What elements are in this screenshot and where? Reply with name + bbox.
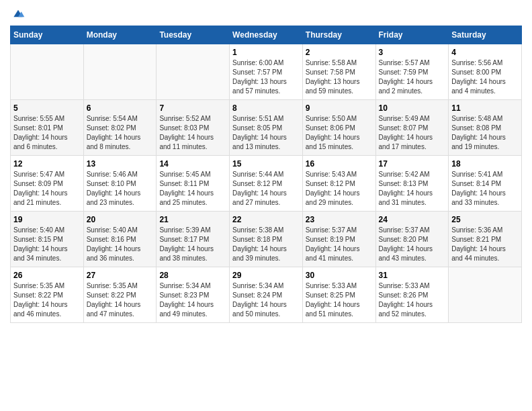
day-number: 20 — [87, 215, 154, 224]
day-number: 2 — [306, 48, 373, 57]
day-cell: 18Sunrise: 5:41 AMSunset: 8:14 PMDayligh… — [449, 156, 522, 212]
day-cell: 26Sunrise: 5:35 AMSunset: 8:22 PMDayligh… — [11, 267, 84, 323]
day-number: 6 — [87, 103, 154, 113]
day-info: Sunrise: 5:51 AMSunset: 8:05 PMDaylight:… — [232, 114, 300, 152]
day-cell: 24Sunrise: 5:37 AMSunset: 8:20 PMDayligh… — [375, 212, 449, 267]
day-info: Sunrise: 5:42 AMSunset: 8:13 PMDaylight:… — [379, 170, 446, 208]
day-info: Sunrise: 5:58 AMSunset: 7:58 PMDaylight:… — [306, 58, 373, 96]
day-info: Sunrise: 5:33 AMSunset: 8:26 PMDaylight:… — [379, 281, 446, 319]
day-cell: 23Sunrise: 5:37 AMSunset: 8:19 PMDayligh… — [302, 212, 375, 267]
day-header-tuesday: Tuesday — [157, 26, 230, 44]
day-number: 19 — [13, 215, 81, 224]
day-number: 8 — [232, 103, 300, 113]
day-info: Sunrise: 5:54 AMSunset: 8:02 PMDaylight:… — [87, 114, 154, 152]
week-row-1: 1Sunrise: 6:00 AMSunset: 7:57 PMDaylight… — [11, 44, 522, 100]
day-header-wednesday: Wednesday — [230, 26, 303, 44]
day-number: 9 — [306, 103, 373, 113]
calendar-table: SundayMondayTuesdayWednesdayThursdayFrid… — [10, 26, 522, 323]
day-info: Sunrise: 5:41 AMSunset: 8:14 PMDaylight:… — [451, 170, 519, 208]
day-cell: 5Sunrise: 5:55 AMSunset: 8:01 PMDaylight… — [11, 100, 84, 156]
day-number: 30 — [306, 271, 373, 280]
day-cell — [157, 44, 230, 100]
day-cell: 4Sunrise: 5:56 AMSunset: 8:00 PMDaylight… — [449, 44, 522, 100]
day-header-monday: Monday — [83, 26, 157, 44]
day-info: Sunrise: 5:34 AMSunset: 8:23 PMDaylight:… — [159, 281, 226, 319]
day-info: Sunrise: 5:37 AMSunset: 8:19 PMDaylight:… — [306, 226, 373, 263]
day-number: 15 — [232, 159, 300, 169]
day-number: 22 — [232, 215, 300, 224]
day-info: Sunrise: 5:56 AMSunset: 8:00 PMDaylight:… — [451, 58, 519, 96]
day-number: 17 — [379, 159, 446, 169]
day-info: Sunrise: 5:40 AMSunset: 8:15 PMDaylight:… — [13, 226, 81, 263]
day-header-friday: Friday — [375, 26, 449, 44]
day-number: 7 — [159, 103, 226, 113]
day-cell: 17Sunrise: 5:42 AMSunset: 8:13 PMDayligh… — [375, 156, 449, 212]
day-info: Sunrise: 5:43 AMSunset: 8:12 PMDaylight:… — [306, 170, 373, 208]
day-info: Sunrise: 5:49 AMSunset: 8:07 PMDaylight:… — [379, 114, 446, 152]
day-info: Sunrise: 5:48 AMSunset: 8:08 PMDaylight:… — [451, 114, 519, 152]
day-cell: 25Sunrise: 5:36 AMSunset: 8:21 PMDayligh… — [449, 212, 522, 267]
day-info: Sunrise: 5:40 AMSunset: 8:16 PMDaylight:… — [87, 226, 154, 263]
day-info: Sunrise: 6:00 AMSunset: 7:57 PMDaylight:… — [232, 58, 300, 96]
day-cell: 3Sunrise: 5:57 AMSunset: 7:59 PMDaylight… — [375, 44, 449, 100]
day-cell — [83, 44, 157, 100]
day-cell: 9Sunrise: 5:50 AMSunset: 8:06 PMDaylight… — [302, 100, 375, 156]
day-info: Sunrise: 5:34 AMSunset: 8:24 PMDaylight:… — [232, 281, 300, 319]
page-container: SundayMondayTuesdayWednesdayThursdayFrid… — [0, 0, 532, 330]
day-cell: 7Sunrise: 5:52 AMSunset: 8:03 PMDaylight… — [157, 100, 230, 156]
day-number: 25 — [451, 215, 519, 224]
day-number: 3 — [379, 48, 446, 57]
day-header-thursday: Thursday — [302, 26, 375, 44]
day-cell: 19Sunrise: 5:40 AMSunset: 8:15 PMDayligh… — [11, 212, 84, 267]
day-cell: 13Sunrise: 5:46 AMSunset: 8:10 PMDayligh… — [83, 156, 157, 212]
day-number: 28 — [159, 271, 226, 280]
day-number: 1 — [232, 48, 300, 57]
day-number: 31 — [379, 271, 446, 280]
day-info: Sunrise: 5:45 AMSunset: 8:11 PMDaylight:… — [159, 170, 226, 208]
day-info: Sunrise: 5:38 AMSunset: 8:18 PMDaylight:… — [232, 226, 300, 263]
day-info: Sunrise: 5:47 AMSunset: 8:09 PMDaylight:… — [13, 170, 81, 208]
day-cell: 11Sunrise: 5:48 AMSunset: 8:08 PMDayligh… — [449, 100, 522, 156]
day-cell: 1Sunrise: 6:00 AMSunset: 7:57 PMDaylight… — [230, 44, 303, 100]
day-cell: 2Sunrise: 5:58 AMSunset: 7:58 PMDaylight… — [302, 44, 375, 100]
logo-text — [10, 7, 25, 20]
day-number: 10 — [379, 103, 446, 113]
day-cell: 12Sunrise: 5:47 AMSunset: 8:09 PMDayligh… — [11, 156, 84, 212]
header-row: SundayMondayTuesdayWednesdayThursdayFrid… — [11, 26, 522, 44]
day-number: 12 — [13, 159, 81, 169]
week-row-3: 12Sunrise: 5:47 AMSunset: 8:09 PMDayligh… — [11, 156, 522, 212]
day-number: 4 — [451, 48, 519, 57]
day-number: 21 — [159, 215, 226, 224]
day-number: 26 — [13, 271, 81, 280]
day-cell: 27Sunrise: 5:35 AMSunset: 8:22 PMDayligh… — [83, 267, 157, 323]
day-cell: 21Sunrise: 5:39 AMSunset: 8:17 PMDayligh… — [157, 212, 230, 267]
day-number: 14 — [159, 159, 226, 169]
day-number: 11 — [451, 103, 519, 113]
day-number: 13 — [87, 159, 154, 169]
day-number: 5 — [13, 103, 81, 113]
week-row-4: 19Sunrise: 5:40 AMSunset: 8:15 PMDayligh… — [11, 212, 522, 267]
week-row-2: 5Sunrise: 5:55 AMSunset: 8:01 PMDaylight… — [11, 100, 522, 156]
day-header-sunday: Sunday — [11, 26, 84, 44]
day-cell: 30Sunrise: 5:33 AMSunset: 8:25 PMDayligh… — [302, 267, 375, 323]
day-info: Sunrise: 5:52 AMSunset: 8:03 PMDaylight:… — [159, 114, 226, 152]
day-cell: 29Sunrise: 5:34 AMSunset: 8:24 PMDayligh… — [230, 267, 303, 323]
day-number: 23 — [306, 215, 373, 224]
day-cell: 15Sunrise: 5:44 AMSunset: 8:12 PMDayligh… — [230, 156, 303, 212]
logo — [10, 7, 25, 20]
day-info: Sunrise: 5:44 AMSunset: 8:12 PMDaylight:… — [232, 170, 300, 208]
day-info: Sunrise: 5:36 AMSunset: 8:21 PMDaylight:… — [451, 226, 519, 263]
day-cell: 20Sunrise: 5:40 AMSunset: 8:16 PMDayligh… — [83, 212, 157, 267]
day-cell: 31Sunrise: 5:33 AMSunset: 8:26 PMDayligh… — [375, 267, 449, 323]
day-cell — [449, 267, 522, 323]
day-cell: 16Sunrise: 5:43 AMSunset: 8:12 PMDayligh… — [302, 156, 375, 212]
day-info: Sunrise: 5:39 AMSunset: 8:17 PMDaylight:… — [159, 226, 226, 263]
day-cell: 28Sunrise: 5:34 AMSunset: 8:23 PMDayligh… — [157, 267, 230, 323]
day-info: Sunrise: 5:35 AMSunset: 8:22 PMDaylight:… — [87, 281, 154, 319]
day-cell: 6Sunrise: 5:54 AMSunset: 8:02 PMDaylight… — [83, 100, 157, 156]
logo-icon — [11, 7, 25, 20]
day-cell: 8Sunrise: 5:51 AMSunset: 8:05 PMDaylight… — [230, 100, 303, 156]
header — [10, 7, 522, 20]
day-info: Sunrise: 5:50 AMSunset: 8:06 PMDaylight:… — [306, 114, 373, 152]
day-info: Sunrise: 5:57 AMSunset: 7:59 PMDaylight:… — [379, 58, 446, 96]
